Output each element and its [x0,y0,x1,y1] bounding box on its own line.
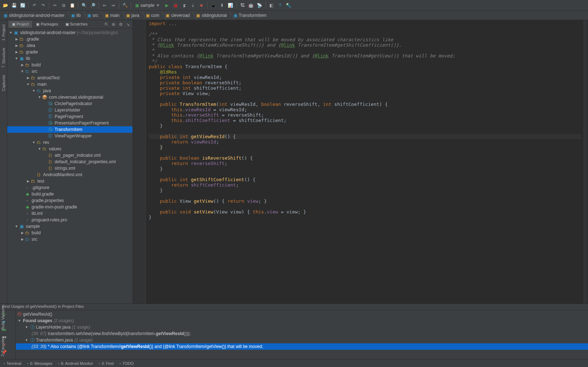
paste-icon[interactable]: 📋 [68,1,76,9]
run-icon[interactable]: ▶ [163,1,171,9]
crumb-lib[interactable]: ▣lib [68,11,84,20]
tree-item-presentationpagerfragment[interactable]: Ⓒ▸PresentationPagerFragment [7,120,133,126]
search-everywhere-icon[interactable]: 🔦 [285,1,293,9]
tree-item-slidingtutorial-android-master[interactable]: ▼▣slidingtutorial-android-master(~/Загру… [7,29,133,36]
stop-icon[interactable]: ■ [198,1,205,9]
tree-item-build-gradle[interactable]: ◆build.gradle [7,191,133,197]
tree-item-attr-pager-indicator-xml[interactable]: ⟨⟩attr_pager_indicator.xml [7,152,133,159]
crumb-com[interactable]: ▣com [142,11,162,20]
bottom-tab-3-find[interactable]: ▫3: Find [97,361,116,366]
tree-item-transformitem[interactable]: Ⓒ▸TransformItem [7,126,133,133]
bottom-tab-terminal[interactable]: ▫Terminal [1,361,23,366]
tree-item-layersholder[interactable]: ⒸLayersHolder [7,107,133,113]
tree-arrow-icon[interactable]: ▼ [32,89,36,93]
panel-tab-scratches[interactable]: ▣ Scratches [62,21,91,28]
tree-item-gradle[interactable]: ▶🗀gradle [7,49,133,55]
tree-item-gradle-properties[interactable]: ▫gradle.properties [7,197,133,204]
android-icon[interactable]: 🤖 [247,1,255,9]
tree-item-lib-iml[interactable]: ▫lib.iml [7,210,133,217]
back-icon[interactable]: ⇐ [101,1,108,9]
replace-icon[interactable]: 🔎 [89,1,97,9]
open-icon[interactable]: 📂 [1,1,9,9]
target-icon[interactable]: ⊕ [110,21,117,28]
tree-arrow-icon[interactable]: ▼ [14,57,19,60]
stripe-tab-project[interactable]: 1: Project [1,22,6,43]
tree-item-gradle-mvn-push-gradle[interactable]: ◆gradle-mvn-push.gradle [7,204,133,210]
cut-icon[interactable]: ✂ [51,1,59,9]
tree-arrow-icon[interactable]: ▼ [20,70,24,73]
bottom-tab-todo[interactable]: ▫TODO [117,361,136,366]
tree-item-pagefragment[interactable]: ⒸPageFragment [7,113,133,120]
crumb-main[interactable]: ▣main [101,11,122,20]
undo-icon[interactable]: ↶ [31,1,38,9]
usage-row[interactable]: ⓜ getViewResId() [16,311,588,317]
attach-icon[interactable]: ⇣ [189,1,197,9]
tree-item--gitignore[interactable]: ▫.gitignore [7,184,133,191]
structure-icon[interactable]: 🏗 [239,1,246,9]
tree-item-viewpagerwrapper[interactable]: ⒸViewPagerWrapper [7,133,133,139]
editor-overview-stripe[interactable] [584,20,588,304]
usage-row[interactable]: ▼Ⓙ LayersHolder.java (1 usage) [16,324,588,330]
redo-icon[interactable]: ↷ [39,1,47,9]
usage-row[interactable]: ▼Found usages (2 usages) [16,317,588,324]
tree-arrow-icon[interactable]: ▼ [37,95,42,99]
sync-icon[interactable]: 🔄 [19,1,27,9]
build-icon[interactable]: 🔨 [121,1,129,9]
forward-icon[interactable]: ⇒ [109,1,117,9]
tree-item-com-cleveroad-slidingtutorial[interactable]: ▼📦com.cleveroad.slidingtutorial [7,94,133,100]
tree-arrow-icon[interactable]: ▶ [26,179,30,183]
tree-item-values[interactable]: ▼🗀values [7,146,133,152]
help-icon[interactable]: ? [276,1,284,9]
hide-icon[interactable]: ↘ [125,21,131,28]
panel-tab-packages[interactable]: ▣ Packages [33,21,61,28]
tree-item-src[interactable]: ▶🗀src [7,236,133,243]
stripe-tab-structure[interactable]: 7: Structure [1,46,6,70]
tree-item-androidtest[interactable]: ▶🗀androidTest [7,75,133,81]
tree-arrow-icon[interactable]: ▶ [20,63,24,67]
copy-icon[interactable]: ⧉ [60,1,68,9]
tree-arrow-icon[interactable]: ▼ [37,147,42,151]
stripe-tab-captures[interactable]: Captures [1,73,6,93]
usage-row[interactable]: (33: 39) * Also contains {@link Transfor… [16,343,588,350]
find-usages-tree[interactable]: ⓜ getViewResId()▼Found usages (2 usages)… [16,310,588,359]
code-editor[interactable]: import ... /** * Class that represents t… [133,20,588,304]
crumb-cleveroad[interactable]: ▣cleveroad [162,11,193,20]
find-icon[interactable]: 🔍 [80,1,88,9]
collapse-all-icon[interactable]: ⇱ [103,21,110,28]
tree-arrow-icon[interactable]: ▶ [14,50,19,54]
crumb-src[interactable]: ▣src [84,11,101,20]
tree-item-sample[interactable]: ▼▣sample [7,223,133,230]
usage-row[interactable]: (39: 67) transformItem.setView(view.find… [16,330,588,337]
layout-icon[interactable]: ◧ [268,1,276,9]
tree-item-strings-xml[interactable]: ⟨⟩strings.xml [7,165,133,171]
tree-arrow-icon[interactable]: ▶ [26,76,30,80]
bottom-tab-6-android-monitor[interactable]: ▫6: Android Monitor [56,361,95,366]
project-tree[interactable]: ▼▣slidingtutorial-android-master(~/Загру… [7,29,133,304]
usage-row[interactable]: ▼Ⓙ TransformItem.java (1 usage) [16,337,588,343]
panel-tab-project[interactable]: ▣ Project [9,21,32,28]
stripe-tab-favorites[interactable]: 2: Favorites [0,334,7,358]
avd-icon[interactable]: 📱 [209,1,217,9]
tree-item--idea[interactable]: ▶🗀.idea [7,42,133,49]
tree-arrow-icon[interactable]: ▼ [9,31,13,34]
tree-item-build[interactable]: ▶🗀build [7,230,133,236]
sdk-icon[interactable]: ⬇ [218,1,226,9]
save-icon[interactable]: 💾 [10,1,18,9]
crumb-transformitem[interactable]: ▣TransformItem [230,11,270,20]
tree-arrow-icon[interactable]: ▶ [20,237,24,241]
tree-arrow-icon[interactable]: ▶ [14,37,19,41]
tree-arrow-icon[interactable]: ▶ [20,231,24,235]
tree-item-lib[interactable]: ▼▣lib [7,55,133,62]
gear-icon[interactable]: ⚙ [117,21,124,28]
tree-arrow-icon[interactable]: ▶ [14,44,19,47]
debug-icon[interactable]: 🐞 [172,1,180,9]
crumb-slidingtutorial[interactable]: ▣slidingtutorial [193,11,230,20]
profile-icon[interactable]: ⧗ [180,1,188,9]
tree-item-androidmanifest-xml[interactable]: ⟨⟩AndroidManifest.xml [7,171,133,178]
tree-arrow-icon[interactable]: ▼ [32,141,36,144]
tree-arrow-icon[interactable]: ▼ [14,225,19,228]
code-area[interactable]: import ... /** * Class that represents t… [146,20,584,304]
tree-item-circlepageindicator[interactable]: Ⓒ▸CirclePageIndicator [7,100,133,107]
tree-item-java[interactable]: ▼🗀java [7,88,133,94]
tree-item-build[interactable]: ▶🗀build [7,62,133,68]
